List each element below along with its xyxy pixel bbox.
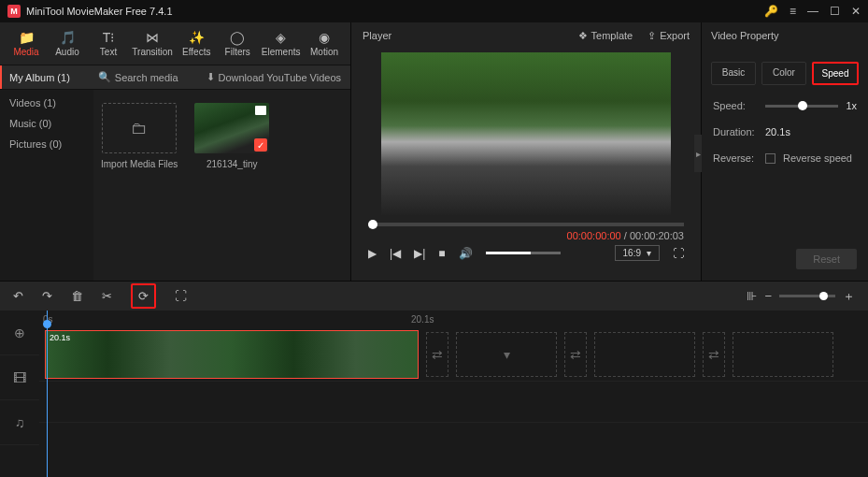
prev-frame-button[interactable]: |◀ (390, 247, 401, 260)
import-folder-icon[interactable]: 🗀 (102, 103, 177, 153)
tab-media[interactable]: 📁Media (6, 26, 47, 61)
category-music[interactable]: Music (0) (9, 118, 84, 129)
category-videos[interactable]: Videos (1) (9, 97, 84, 108)
player-panel: Player ❖Template ⇪Export 00:00:00:00 / 0… (350, 22, 702, 281)
download-youtube[interactable]: ⬇Download YouTube Videos (206, 71, 342, 83)
prop-tab-color[interactable]: Color (761, 62, 806, 85)
key-icon[interactable]: 🔑 (764, 5, 778, 18)
properties-panel: ▸ Video Property Basic Color Speed Speed… (702, 22, 868, 281)
video-badge-icon (255, 106, 266, 115)
media-item[interactable]: ✓ 216134_tiny (194, 103, 269, 169)
media-categories: Videos (1) Music (0) Pictures (0) (0, 90, 93, 281)
text-icon: T⁝ (103, 30, 115, 45)
video-clip[interactable]: 20.1s (45, 330, 419, 379)
fullscreen-button[interactable]: ⛶ (673, 247, 684, 260)
player-title: Player (363, 30, 391, 41)
redo-button[interactable]: ↷ (42, 289, 52, 303)
speed-knob[interactable] (798, 101, 807, 110)
transition-drop[interactable]: ⇄ (564, 332, 587, 377)
template-button[interactable]: ❖Template (578, 30, 633, 42)
time-current: 00:00:00:00 (567, 230, 621, 241)
prop-tab-speed[interactable]: Speed (812, 62, 859, 85)
properties-title: Video Property (702, 22, 868, 49)
tab-filters[interactable]: ◯Filters (217, 26, 258, 61)
clip-drop[interactable] (594, 332, 695, 377)
effects-icon: ✨ (189, 30, 205, 45)
elements-icon: ◈ (276, 30, 286, 45)
zoom-in-button[interactable]: ＋ (843, 288, 855, 305)
duration-value: 20.1s (765, 126, 790, 137)
collapse-handle[interactable]: ▸ (694, 135, 702, 172)
play-button[interactable]: ▶ (368, 247, 377, 260)
import-media[interactable]: 🗀 Import Media Files (101, 103, 178, 169)
crop-button[interactable]: ⛶ (175, 289, 187, 303)
tab-text[interactable]: T⁝Text (88, 26, 129, 61)
audio-icon: 🎵 (60, 30, 76, 45)
tab-transition[interactable]: ⋈Transition (129, 26, 176, 61)
speed-value: 1x (846, 100, 857, 111)
timecode: 00:00:00:00 / 00:00:20:03 (368, 230, 684, 241)
speed-tool-button[interactable]: ⟳ (131, 283, 156, 309)
speed-slider[interactable] (765, 105, 838, 108)
zoom-slider[interactable] (779, 295, 835, 297)
add-track-button[interactable]: ⊕ (0, 311, 39, 355)
chevron-down-icon: ▾ (647, 248, 651, 258)
volume-slider[interactable] (486, 252, 561, 254)
split-button[interactable]: ✂ (102, 289, 112, 303)
seek-handle[interactable] (368, 220, 377, 229)
reverse-checkbox[interactable] (765, 153, 776, 164)
search-media[interactable]: 🔍Search media (98, 71, 178, 83)
export-icon: ⇪ (647, 30, 656, 42)
aspect-ratio-select[interactable]: 16:9▾ (615, 245, 660, 261)
ruler-mid: 20.1s (411, 314, 434, 325)
time-ruler[interactable]: 0s 20.1s (39, 311, 868, 327)
tab-elements[interactable]: ◈Elements (258, 26, 304, 61)
next-frame-button[interactable]: ▶| (414, 247, 425, 260)
video-track-icon[interactable]: 🎞 (0, 355, 39, 400)
delete-button[interactable]: 🗑 (71, 289, 83, 303)
transition-drop[interactable]: ⇄ (426, 332, 448, 377)
module-tabstrip: 📁Media 🎵Audio T⁝Text ⋈Transition ✨Effect… (0, 22, 350, 65)
media-subbar: My Album (1) 🔍Search media ⬇Download You… (0, 65, 350, 90)
zoom-fit-icon[interactable]: ⊪ (747, 289, 757, 303)
minimize-icon[interactable]: — (807, 5, 818, 18)
transition-drop[interactable]: ⇄ (703, 332, 725, 377)
media-thumbnail[interactable]: ✓ (194, 103, 269, 153)
window-controls: 🔑 ≡ — ☐ ✕ (764, 5, 861, 18)
media-panel: 📁Media 🎵Audio T⁝Text ⋈Transition ✨Effect… (0, 22, 350, 281)
album-label[interactable]: My Album (1) (0, 65, 81, 89)
playhead[interactable] (47, 311, 48, 477)
maximize-icon[interactable]: ☐ (830, 5, 840, 18)
volume-icon[interactable]: 🔊 (459, 247, 473, 260)
category-pictures[interactable]: Pictures (0) (9, 138, 84, 150)
stop-button[interactable]: ■ (438, 247, 445, 260)
reverse-text: Reverse speed (783, 152, 852, 164)
audio-track-icon[interactable]: ♫ (0, 400, 39, 445)
video-preview[interactable] (381, 52, 671, 215)
reset-button[interactable]: Reset (796, 249, 857, 269)
filters-icon: ◯ (230, 30, 245, 45)
export-button[interactable]: ⇪Export (647, 30, 690, 42)
timeline-toolbar: ↶ ↷ 🗑 ✂ ⟳ ⛶ ⊪ − ＋ (0, 281, 868, 311)
search-icon: 🔍 (98, 71, 111, 83)
undo-button[interactable]: ↶ (13, 289, 23, 303)
speed-label: Speed: (713, 100, 758, 111)
tab-effects[interactable]: ✨Effects (176, 26, 217, 61)
zoom-out-button[interactable]: − (764, 289, 772, 303)
menu-icon[interactable]: ≡ (790, 5, 796, 18)
seek-bar[interactable] (368, 223, 684, 226)
duration-label: Duration: (713, 126, 758, 137)
prop-tab-basic[interactable]: Basic (711, 62, 756, 85)
video-track[interactable]: 20.1s ⇄ ▾ ⇄ ⇄ (39, 327, 868, 382)
app-title: MiniTool MovieMaker Free 7.4.1 (26, 6, 764, 17)
tab-audio[interactable]: 🎵Audio (47, 26, 88, 61)
clip-drop[interactable]: ▾ (456, 332, 557, 377)
tab-motion[interactable]: ◉Motion (304, 26, 345, 61)
selected-check-icon: ✓ (254, 138, 267, 152)
audio-track[interactable] (39, 382, 868, 423)
motion-icon: ◉ (319, 30, 330, 45)
clip-drop[interactable] (733, 332, 833, 377)
close-icon[interactable]: ✕ (851, 5, 861, 18)
media-label: 216134_tiny (206, 159, 258, 169)
zoom-knob[interactable] (819, 292, 828, 300)
